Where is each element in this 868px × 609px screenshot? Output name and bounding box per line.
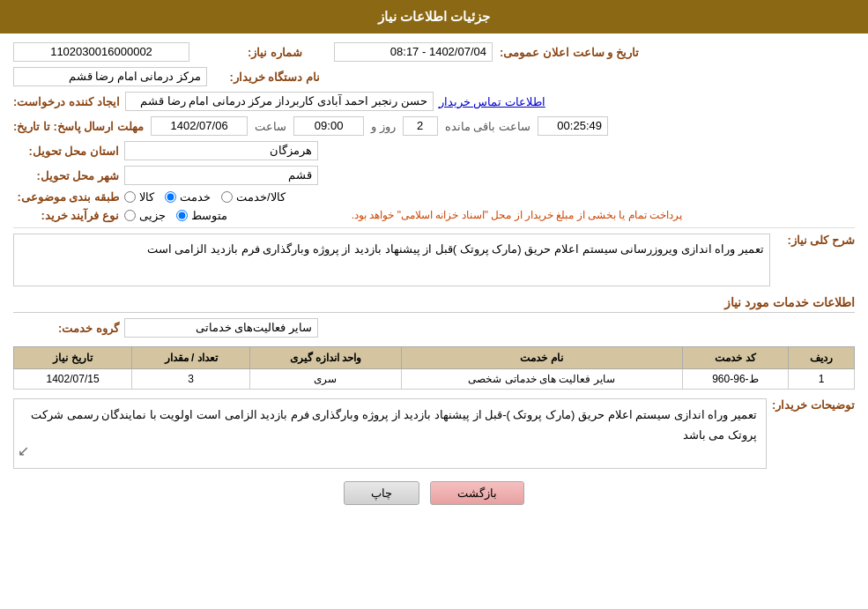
col-row: ردیف (789, 347, 855, 369)
days-value: 2 (403, 116, 438, 136)
creator-label: ایجاد کننده درخواست: (13, 95, 120, 108)
service-section-title: اطلاعات خدمات مورد نیاز (13, 295, 855, 313)
category-label: طبقه بندی موضوعی: (13, 190, 119, 204)
table-row: 1ط-96-960سایر فعالیت های خدماتی شخصیسری3… (14, 369, 855, 390)
procure-option-medium[interactable]: متوسط (176, 209, 227, 222)
procure-radio-medium[interactable] (176, 210, 188, 221)
col-code: کد خدمت (682, 347, 789, 369)
buyer-notes-value: تعمیر وراه اندازی سیستم اعلام حریق (مارک… (13, 398, 767, 469)
col-count: تعداد / مقدار (132, 347, 250, 369)
send-time-value: 09:00 (293, 116, 364, 136)
province-value: هرمزگان (124, 141, 318, 160)
procure-note: پرداخت تمام یا بخشی از مبلغ خریدار از مح… (241, 209, 682, 221)
category-label-service-combo: کالا/خدمت (236, 190, 286, 204)
procure-label-small: جزیی (139, 209, 166, 222)
need-number-value: 1102030016000002 (13, 42, 189, 62)
category-option-service[interactable]: خدمت (165, 190, 211, 204)
province-label: استان محل تحویل: (13, 145, 119, 158)
need-number-label: شماره نیاز: (197, 46, 302, 59)
procure-type-label: نوع فرآیند خرید: (13, 209, 119, 222)
category-label-goods: کالا (139, 190, 154, 204)
page-header: جزئیات اطلاعات نیاز (0, 0, 868, 33)
remaining-label: ساعت باقی مانده (445, 120, 530, 133)
group-service-label: گروه خدمت: (13, 322, 119, 335)
category-option-service-combo[interactable]: کالا/خدمت (221, 190, 286, 204)
requester-org-label: نام دستگاه خریدار: (214, 71, 320, 84)
city-label: شهر محل تحویل: (13, 169, 119, 182)
announce-date-value: 1402/07/04 - 08:17 (334, 42, 493, 62)
service-table: ردیف کد خدمت نام خدمت واحد اندازه گیری ت… (13, 346, 855, 390)
cell-code: ط-96-960 (682, 369, 789, 390)
remaining-value: 00:25:49 (538, 116, 608, 136)
procure-radio-small[interactable] (124, 210, 136, 221)
requester-org-value: مرکز درمانی امام رضا قشم (13, 67, 207, 86)
category-radio-service-combo[interactable] (221, 191, 233, 203)
send-date-value: 1402/07/06 (151, 116, 248, 136)
description-value: تعمیر وراه اندازی ویروزرسانی سیستم اعلام… (13, 234, 770, 286)
col-date: تاریخ نیاز (14, 347, 132, 369)
group-service-value: سایر فعالیت‌های خدماتی (124, 318, 318, 338)
col-name: نام خدمت (401, 347, 682, 369)
category-option-goods[interactable]: کالا (124, 190, 154, 204)
days-label: روز و (371, 120, 396, 133)
bottom-buttons: بازگشت چاپ (13, 481, 855, 505)
category-radio-group: کالا/خدمت خدمت کالا (124, 190, 286, 204)
procure-radio-group: متوسط جزیی (124, 209, 227, 222)
cell-row: 1 (789, 369, 855, 390)
page-title: جزئیات اطلاعات نیاز (378, 9, 490, 24)
creator-value: حسن رنجبر احمد آبادی کاربرداز مرکز درمان… (125, 92, 434, 111)
procure-label-medium: متوسط (191, 209, 227, 222)
city-value: قشم (124, 166, 318, 185)
creator-link[interactable]: اطلاعات تماس خریدار (439, 95, 545, 108)
print-button[interactable]: چاپ (344, 481, 419, 505)
procure-option-small[interactable]: جزیی (124, 209, 166, 222)
description-label: شرح کلی نیاز: (775, 234, 855, 247)
back-button[interactable]: بازگشت (430, 481, 524, 505)
category-radio-service[interactable] (165, 191, 176, 203)
buyer-notes-label: توضیحات خریدار: (772, 398, 855, 412)
col-unit: واحد اندازه گیری (250, 347, 402, 369)
announce-date-label: تاریخ و ساعت اعلان عمومی: (500, 46, 639, 59)
cell-count: 3 (132, 369, 250, 390)
cell-date: 1402/07/15 (14, 369, 132, 390)
send-time-label: ساعت (255, 120, 286, 133)
cell-unit: سری (250, 369, 402, 390)
send-date-label: مهلت ارسال پاسخ: تا تاریخ: (13, 120, 144, 133)
category-radio-goods[interactable] (124, 191, 136, 203)
category-label-service: خدمت (180, 190, 211, 204)
cell-name: سایر فعالیت های خدماتی شخصی (401, 369, 682, 390)
